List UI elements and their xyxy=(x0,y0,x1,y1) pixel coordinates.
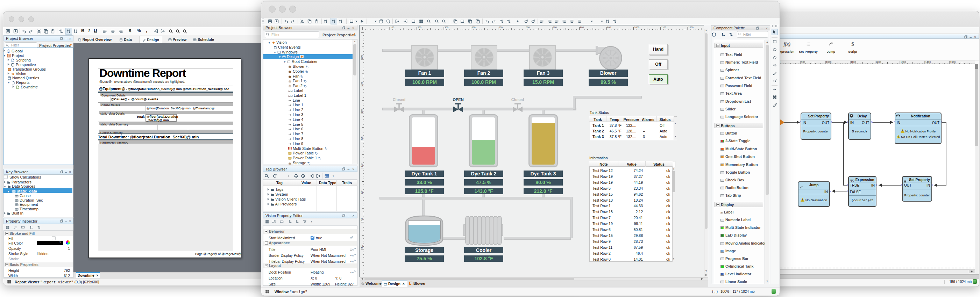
svg-text:!: ! xyxy=(802,199,803,202)
svg-text:1000: 1000 xyxy=(826,61,832,63)
svg-text:1200: 1200 xyxy=(688,26,694,29)
svg-text:800: 800 xyxy=(361,245,363,248)
svg-text:900: 900 xyxy=(607,26,611,29)
svg-text:600: 600 xyxy=(361,191,363,194)
svg-text:400: 400 xyxy=(361,136,363,140)
svg-text:1100: 1100 xyxy=(851,61,856,63)
svg-text:800: 800 xyxy=(580,26,584,29)
svg-text:1000: 1000 xyxy=(634,26,640,29)
svg-text:!: ! xyxy=(902,130,903,133)
svg-text:1200: 1200 xyxy=(876,61,881,63)
svg-text:1400: 1400 xyxy=(926,61,931,63)
svg-text:1100: 1100 xyxy=(661,26,666,29)
svg-text:700: 700 xyxy=(553,26,557,29)
svg-text:200: 200 xyxy=(418,26,422,29)
svg-text:600: 600 xyxy=(526,26,530,29)
svg-text:1500: 1500 xyxy=(950,61,956,63)
svg-text:300: 300 xyxy=(444,26,449,29)
svg-text:300: 300 xyxy=(361,110,363,113)
svg-text:100: 100 xyxy=(390,26,394,29)
svg-text:!: ! xyxy=(898,135,899,138)
svg-text:100: 100 xyxy=(361,55,363,59)
svg-text:500: 500 xyxy=(361,164,363,167)
svg-text:900: 900 xyxy=(801,61,805,63)
svg-text:400: 400 xyxy=(472,26,476,29)
svg-text:1300: 1300 xyxy=(900,61,906,63)
svg-text:200: 200 xyxy=(361,82,363,86)
svg-text:500: 500 xyxy=(499,26,503,29)
svg-text:700: 700 xyxy=(361,218,363,222)
